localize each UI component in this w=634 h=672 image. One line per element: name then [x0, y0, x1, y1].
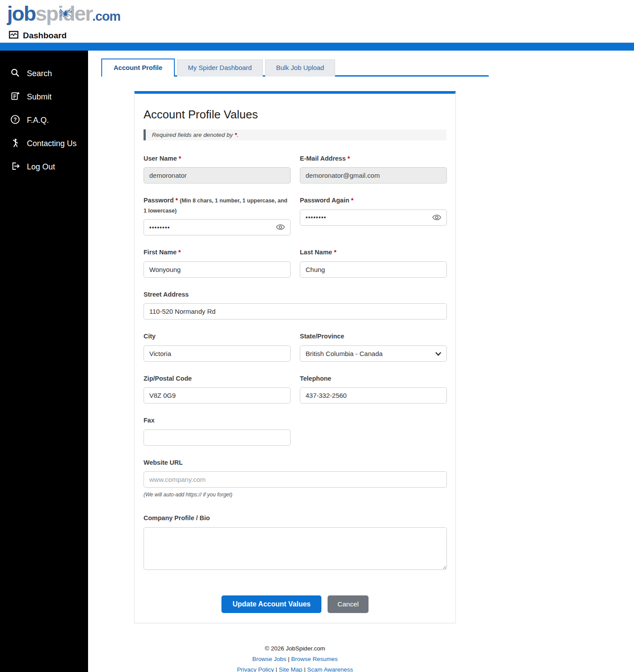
company-bio-label: Company Profile / Bio	[144, 513, 447, 523]
street-address-label: Street Address	[144, 290, 447, 299]
password-group: Password * (Min 8 chars, 1 number, 1 upp…	[144, 195, 291, 235]
main-content: Account Profile My Spider Dashboard Bulk…	[88, 51, 634, 672]
state-province-select[interactable]: British Columbia - Canada	[300, 345, 447, 362]
tab-bar: Account Profile My Spider Dashboard Bulk…	[101, 59, 489, 77]
sidebar-item-label: Log Out	[27, 162, 55, 172]
user-name-group: User Name *	[144, 154, 291, 184]
telephone-field[interactable]	[300, 387, 447, 404]
sidebar-item-label: Contacting Us	[27, 139, 77, 148]
site-logo[interactable]: jobspider.com	[7, 1, 120, 31]
footer-link-site-map[interactable]: Site Map	[279, 666, 302, 672]
footer-link-scam-awareness[interactable]: Scam Awareness	[307, 666, 353, 672]
sidebar-item-label: Search	[27, 69, 52, 78]
password-label: Password * (Min 8 chars, 1 number, 1 upp…	[144, 195, 291, 215]
tab-bulk-job-upload[interactable]: Bulk Job Upload	[265, 59, 335, 77]
footer-link-browse-jobs[interactable]: Browse Jobs	[252, 656, 286, 662]
city-label: City	[144, 331, 291, 341]
street-address-field[interactable]	[144, 303, 447, 319]
sidebar-item-label: F.A.Q.	[27, 116, 49, 125]
website-url-label: Website URL	[144, 458, 447, 467]
zip-field[interactable]	[144, 387, 291, 404]
password-again-group: Password Again *	[300, 195, 447, 225]
user-name-field	[144, 167, 291, 184]
footer-link-browse-resumes[interactable]: Browse Resumes	[291, 656, 338, 662]
user-name-label: User Name *	[144, 154, 291, 163]
street-address-group: Street Address	[144, 290, 447, 319]
first-name-field[interactable]	[144, 261, 291, 278]
tab-my-spider-dashboard[interactable]: My Spider Dashboard	[177, 59, 263, 77]
accent-bar	[0, 43, 634, 51]
fax-group: Fax	[144, 415, 291, 445]
city-field[interactable]	[144, 345, 291, 362]
fax-field[interactable]	[144, 430, 291, 446]
header: jobspider.com Dashboard	[0, 0, 634, 43]
telephone-group: Telephone	[300, 374, 447, 404]
password-visibility-toggle[interactable]	[276, 223, 285, 231]
email-label: E-Mail Address *	[300, 154, 447, 163]
sidebar-item-logout[interactable]: Log Out	[0, 155, 88, 179]
footer-link-privacy-policy[interactable]: Privacy Policy	[237, 666, 274, 672]
telephone-label: Telephone	[300, 374, 447, 383]
website-url-group: Website URL (We will auto-add https:// i…	[144, 458, 447, 498]
zip-group: Zip/Postal Code	[144, 374, 291, 404]
password-field[interactable]	[144, 219, 291, 235]
password-again-field[interactable]	[300, 209, 447, 226]
sidebar-item-label: Submit	[27, 92, 52, 102]
sidebar: Search Submit ? F.A.Q.	[0, 51, 88, 672]
spider-icon	[59, 2, 72, 28]
last-name-label: Last Name *	[300, 247, 447, 257]
website-url-hint: (We will auto-add https:// if you forget…	[144, 492, 447, 498]
cancel-button[interactable]: Cancel	[328, 595, 368, 613]
password-again-label: Password Again *	[300, 195, 447, 205]
dashboard-label: Dashboard	[23, 31, 66, 40]
search-icon	[10, 68, 20, 80]
dashboard-heading: Dashboard	[9, 31, 66, 40]
question-circle-icon: ?	[10, 114, 20, 126]
person-waving-icon	[10, 138, 20, 150]
dashboard-chart-icon	[9, 31, 18, 40]
page-title: Account Profile Values	[144, 108, 446, 121]
logo-tld-text: .com	[92, 9, 121, 23]
svg-text:?: ?	[14, 117, 17, 123]
required-fields-note: Required fields are denoted by *.	[144, 129, 446, 140]
chevron-down-icon	[435, 350, 441, 357]
first-name-group: First Name *	[144, 247, 291, 277]
fax-label: Fax	[144, 415, 291, 425]
city-group: City	[144, 331, 291, 361]
sidebar-item-submit[interactable]: Submit	[0, 85, 88, 109]
update-account-values-button[interactable]: Update Account Values	[221, 595, 321, 613]
account-profile-card: Account Profile Values Required fields a…	[134, 91, 456, 623]
eye-icon	[432, 217, 442, 223]
password-again-visibility-toggle[interactable]	[432, 213, 442, 222]
state-province-selected-value: British Columbia - Canada	[306, 350, 383, 357]
first-name-label: First Name *	[144, 247, 291, 257]
sidebar-item-search[interactable]: Search	[0, 62, 88, 85]
company-bio-field[interactable]	[144, 527, 447, 570]
tab-account-profile[interactable]: Account Profile	[101, 59, 175, 77]
website-url-field[interactable]	[144, 471, 447, 488]
state-province-group: State/Province British Columbia - Canada	[300, 331, 447, 361]
company-bio-group: Company Profile / Bio	[144, 513, 447, 571]
logout-icon	[10, 161, 20, 173]
footer: © 2026 JobSpider.com Browse Jobs | Brows…	[134, 645, 456, 672]
copyright-text: © 2026 JobSpider.com	[134, 645, 456, 652]
last-name-field[interactable]	[300, 261, 447, 278]
submit-document-icon	[10, 91, 20, 103]
logo-job-text: job	[7, 2, 35, 25]
eye-icon	[276, 226, 285, 233]
sidebar-item-faq[interactable]: ? F.A.Q.	[0, 109, 88, 132]
sidebar-item-contact[interactable]: Contacting Us	[0, 132, 88, 155]
zip-label: Zip/Postal Code	[144, 374, 291, 383]
email-field	[300, 167, 447, 184]
email-group: E-Mail Address *	[300, 154, 447, 184]
last-name-group: Last Name *	[300, 247, 447, 277]
state-province-label: State/Province	[300, 331, 447, 341]
